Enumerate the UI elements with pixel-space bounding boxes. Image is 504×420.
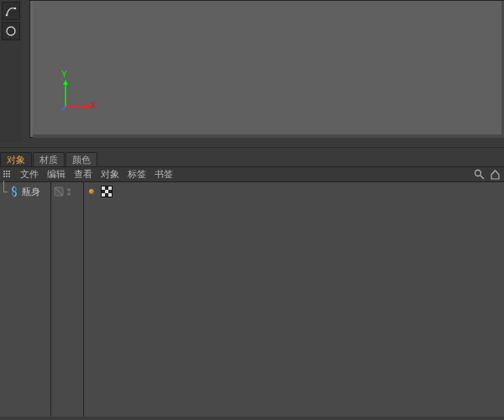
object-flags-column (51, 182, 84, 417)
panel-tabs: 对象 材质 颜色 (0, 152, 504, 167)
svg-point-1 (14, 8, 17, 10)
menu-view[interactable]: 查看 (74, 168, 92, 181)
phong-tag-icon[interactable] (86, 186, 97, 197)
svg-point-0 (6, 14, 8, 17)
tree-connector-icon (2, 186, 8, 197)
tab-materials[interactable]: 材质 (33, 152, 65, 166)
panel-menubar: 文件 编辑 查看 对象 标签 书签 (0, 167, 504, 182)
axis-label-x: X (90, 101, 96, 110)
home-icon[interactable] (490, 169, 501, 180)
axis-gizmo-svg (50, 73, 97, 120)
tab-objects[interactable]: 对象 (0, 152, 32, 166)
svg-point-2 (7, 27, 15, 35)
object-tree-row[interactable]: 瓶身 (0, 184, 50, 199)
lathe-object-icon (8, 186, 20, 197)
layer-color-icon[interactable] (53, 186, 65, 197)
menu-file[interactable]: 文件 (20, 168, 39, 181)
circle-tool-icon (5, 25, 17, 37)
object-tags-row (84, 184, 504, 199)
svg-line-7 (61, 107, 66, 111)
viewport-3d[interactable]: Y X (29, 0, 504, 138)
svg-point-8 (475, 171, 481, 176)
menu-edit[interactable]: 编辑 (47, 168, 66, 181)
axis-gizmo: Y X (50, 73, 97, 120)
menu-bookmarks[interactable]: 书签 (155, 168, 173, 181)
texture-tag-icon[interactable] (101, 186, 113, 197)
tab-colors[interactable]: 颜色 (66, 152, 97, 166)
svg-marker-4 (63, 80, 68, 85)
search-icon[interactable] (474, 169, 485, 180)
tool-button-1[interactable] (2, 2, 20, 20)
visibility-dots[interactable] (67, 188, 71, 196)
object-tree-column: 瓶身 (0, 182, 51, 417)
object-manager-body: 瓶身 (0, 182, 504, 417)
object-flags-row (51, 184, 83, 199)
viewport-scrollbar-horizontal[interactable] (33, 134, 504, 138)
svg-line-9 (480, 176, 484, 179)
editor-visibility-dot[interactable] (67, 188, 71, 192)
panel-options-icon[interactable] (3, 171, 12, 179)
top-area: Y X (0, 0, 504, 147)
left-toolbar (0, 0, 22, 143)
viewport-canvas[interactable] (33, 1, 503, 134)
tool-button-2[interactable] (2, 22, 20, 40)
axis-label-y: Y (61, 70, 67, 79)
object-name-label[interactable]: 瓶身 (22, 186, 40, 198)
object-tags-column (84, 182, 504, 417)
menu-tags[interactable]: 标签 (128, 168, 146, 181)
render-visibility-dot[interactable] (67, 192, 71, 196)
curve-tool-icon (5, 5, 17, 17)
menu-objects[interactable]: 对象 (101, 168, 119, 181)
